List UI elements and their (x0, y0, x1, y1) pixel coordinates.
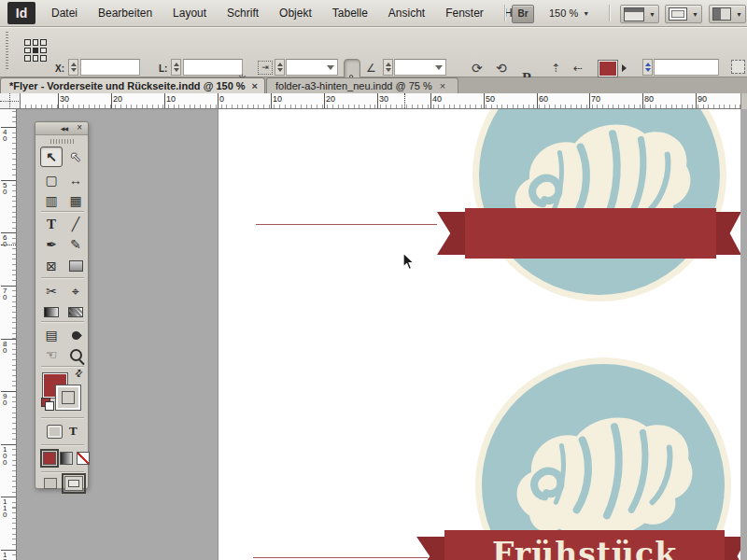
screen-mode-icon (669, 7, 687, 21)
format-text-button[interactable]: T (69, 424, 78, 439)
x-stepper[interactable] (68, 59, 78, 76)
format-container-button[interactable] (47, 425, 63, 439)
rectangle-tool[interactable] (64, 256, 87, 276)
note-tool[interactable]: ▤ (40, 325, 63, 345)
stroke-weight-combo[interactable] (654, 59, 719, 76)
menu-layout[interactable]: Layout (162, 0, 217, 26)
scale-x-stepper[interactable] (275, 59, 285, 76)
vertical-ruler[interactable]: 4 05 06 07 08 09 01 0 01 1 01 2 0 (0, 109, 17, 560)
horizontal-ruler[interactable]: 3020100102030405060708090 (21, 93, 740, 109)
apply-gradient-button[interactable] (60, 452, 73, 465)
content-collector-tool[interactable]: ▥ (40, 190, 63, 211)
rotate-cw-icon[interactable]: ⟳ (472, 62, 483, 75)
close-icon[interactable]: × (438, 80, 452, 91)
gradient-feather-tool[interactable] (64, 301, 87, 322)
hand-tool[interactable]: ☜ (40, 344, 63, 365)
fill-flyout-icon[interactable] (622, 64, 627, 72)
screen-mode-button[interactable]: ▼ (665, 5, 702, 23)
close-icon[interactable]: × (250, 80, 264, 91)
menu-schrift[interactable]: Schrift (217, 0, 269, 26)
tab-flyer-document[interactable]: *Flyer - Vorderseite und Rückseite.indd … (0, 77, 265, 93)
arrange-documents-button[interactable]: ▼ (709, 5, 746, 23)
menu-fenster[interactable]: Fenster (435, 0, 494, 26)
ribbon-banner-bottom[interactable]: Frühstück (444, 530, 725, 560)
ruler-label: 30 (60, 94, 69, 104)
gap-tool[interactable]: ↔ (64, 170, 87, 190)
close-panel-icon[interactable]: × (77, 122, 82, 133)
gradient-tool[interactable] (40, 301, 63, 322)
menu-objekt[interactable]: Objekt (269, 0, 322, 26)
scale-x-combo[interactable] (286, 59, 338, 76)
corner-options-icon[interactable] (731, 60, 745, 74)
ribbon-banner-top[interactable] (465, 208, 716, 259)
stroke-swatch[interactable] (55, 385, 81, 411)
panel-grip[interactable] (6, 32, 8, 71)
ribbon-tail-left[interactable] (437, 212, 466, 255)
menu-tabelle[interactable]: Tabelle (322, 0, 378, 26)
reference-point-proxy[interactable] (24, 39, 47, 62)
type-tool[interactable]: T (40, 214, 63, 234)
arrange-up-icon[interactable]: ⇡ (551, 63, 560, 74)
view-options-icon (624, 7, 644, 21)
panel-grip-dots[interactable] (50, 139, 75, 144)
scissors-tool[interactable]: ✂ (40, 281, 63, 301)
preview-mode-button[interactable] (64, 476, 83, 491)
eyedropper-icon (70, 329, 82, 342)
ruler-label: 40 (432, 94, 442, 104)
scale-x-icon: ⇥ (258, 61, 273, 75)
l-stepper[interactable] (171, 59, 181, 76)
apply-none-button[interactable] (77, 452, 90, 465)
stroke-weight-stepper[interactable] (642, 59, 653, 76)
rotate-ccw-icon[interactable]: ⟲ (496, 62, 507, 75)
view-options-button[interactable]: ▼ (620, 5, 659, 23)
tab-folder-document[interactable]: folder-a3-hinten_neu.indd @ 75 % × (266, 77, 458, 93)
menu-bearbeiten[interactable]: Bearbeiten (88, 0, 162, 26)
content-placer-tool[interactable]: ▦ (64, 190, 87, 211)
pen-icon: ✒ (46, 237, 57, 252)
apply-color-button[interactable] (43, 452, 56, 465)
normal-view-mode-button[interactable] (44, 478, 57, 489)
control-panel: X: Y: L: ✳ ⇥ ⇡ ∞ ∠ ▱ ⟳ ⟲ ⋈ ⋈ P ⇡ ⇠ ⇣ ⇢ (0, 27, 747, 77)
menu-ansicht[interactable]: Ansicht (378, 0, 435, 26)
zoom-icon (70, 349, 82, 361)
x-position-input[interactable] (80, 59, 140, 76)
document-page[interactable]: Frühstück (218, 109, 740, 560)
l-length-input[interactable] (183, 59, 243, 76)
ruler-label: 1 0 0 (3, 446, 7, 466)
line-tool[interactable]: ╱ (64, 214, 87, 234)
eyedropper-tool[interactable] (64, 325, 87, 345)
ruler-label: 80 (644, 94, 654, 104)
rotation-combo[interactable] (394, 59, 446, 76)
selection-tool[interactable]: ↖ (40, 147, 63, 167)
ruler-tick (696, 93, 697, 108)
zoom-level-control[interactable]: 150 % ▼ (549, 0, 589, 26)
free-transform-tool[interactable]: ⌖ (64, 281, 87, 301)
default-fill-stroke-icon[interactable] (41, 398, 52, 409)
ruler-origin-box[interactable] (0, 93, 21, 109)
arrange-left-icon[interactable]: ⇠ (573, 63, 583, 74)
ribbon-tail-right[interactable] (716, 212, 740, 255)
zoom-tool[interactable] (64, 344, 87, 365)
rotation-stepper[interactable] (383, 59, 393, 76)
swap-fill-stroke-icon[interactable]: ⇄ (72, 367, 85, 380)
thin-red-line-top[interactable] (256, 224, 437, 225)
pen-tool[interactable]: ✒ (40, 234, 63, 255)
tools-panel-titlebar[interactable]: ◀◀ × (35, 122, 88, 135)
menubar-items: DateiBearbeitenLayoutSchriftObjektTabell… (41, 0, 537, 26)
page-tool[interactable]: ▢ (40, 170, 63, 190)
free-transform-icon: ⌖ (72, 284, 79, 300)
menu-datei[interactable]: Datei (41, 0, 88, 26)
app-logo: Id (7, 2, 35, 24)
thin-red-line-bottom[interactable] (253, 557, 428, 558)
ruler-label: 50 (486, 94, 495, 104)
frame-tool[interactable]: ⊠ (40, 256, 63, 276)
indesign-window: Id DateiBearbeitenLayoutSchriftObjektTab… (0, 0, 747, 560)
banner-tail-right[interactable] (725, 537, 740, 560)
bridge-button[interactable]: Br (512, 5, 534, 23)
hand-icon: ☜ (46, 347, 58, 362)
collapse-panel-icon[interactable]: ◀◀ (61, 125, 67, 132)
selection-icon: ↖ (46, 149, 57, 164)
fill-color-swatch[interactable] (598, 60, 618, 77)
pencil-tool[interactable]: ✎ (64, 234, 87, 255)
direct-selection-tool[interactable]: ↖ (64, 147, 87, 167)
